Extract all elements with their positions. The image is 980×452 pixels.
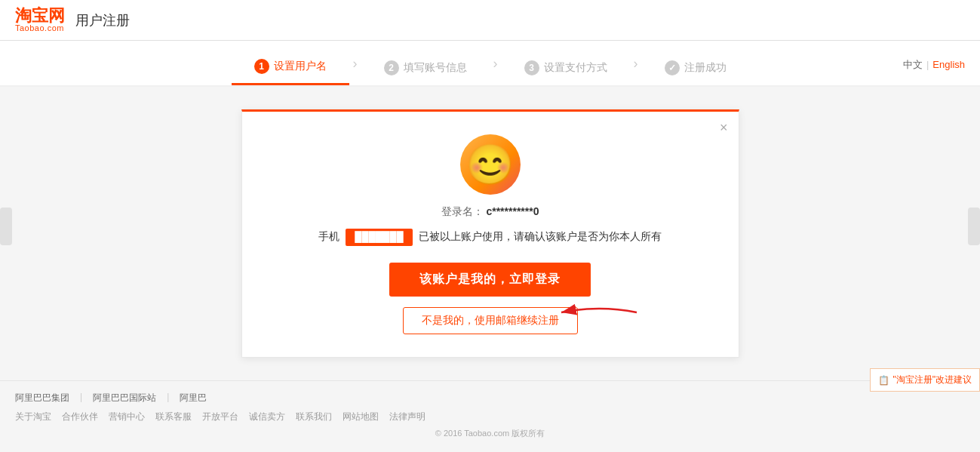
footer: 阿里巴巴集团 | 阿里巴巴国际站 | 阿里巴 关于淘宝 合作伙伴 营销中心 联系…: [0, 380, 980, 445]
footer-honest[interactable]: 诚信卖方: [249, 410, 285, 423]
login-name-row: 登录名： c**********0: [441, 205, 539, 219]
step-2-num: 2: [384, 60, 399, 75]
login-name-value: c**********0: [486, 205, 539, 217]
login-name-label: 登录名：: [441, 205, 484, 217]
footer-sep-2: |: [167, 392, 169, 404]
email-register-button[interactable]: 不是我的，使用邮箱继续注册: [403, 307, 578, 334]
phone-masked: ███████: [346, 229, 412, 246]
step-2-label: 填写账号信息: [404, 61, 467, 75]
suggestion-icon: 📋: [878, 375, 889, 386]
footer-partner[interactable]: 合作伙伴: [62, 410, 98, 423]
logo-area: 淘宝网 Taobao.com 用户注册: [15, 8, 130, 32]
main-content: × 😊 登录名： c**********0 手机 ███████ 已被以上账户使…: [0, 87, 980, 380]
side-suggestion-button[interactable]: 📋 "淘宝注册"改进建议: [870, 368, 980, 392]
footer-sitemap[interactable]: 网站地图: [343, 410, 379, 423]
step-4-num: ✓: [665, 60, 680, 75]
lang-switch: 中文 | English: [903, 55, 965, 72]
phone-notice: 手机 ███████ 已被以上账户使用，请确认该账户是否为你本人所有: [318, 228, 661, 246]
step-4-label: 注册成功: [684, 61, 727, 75]
step-3-label: 设置支付方式: [544, 61, 607, 75]
modal-box: × 😊 登录名： c**********0 手机 ███████ 已被以上账户使…: [241, 109, 739, 358]
page-title: 用户注册: [75, 11, 130, 29]
phone-prefix: 手机: [318, 230, 339, 242]
step-2[interactable]: 2 填写账号信息: [361, 53, 490, 85]
footer-main-links: 阿里巴巴集团 | 阿里巴巴国际站 | 阿里巴: [15, 392, 965, 404]
step-divider-3: ›: [634, 56, 638, 81]
footer-open[interactable]: 开放平台: [202, 410, 238, 423]
step-divider-2: ›: [493, 56, 498, 81]
login-confirm-button[interactable]: 该账户是我的，立即登录: [389, 263, 591, 297]
avatar: 😊: [460, 134, 521, 195]
footer-link-alibaba-intl[interactable]: 阿里巴巴国际站: [93, 392, 156, 404]
step-1[interactable]: 1 设置用户名: [232, 51, 349, 85]
steps-container: 1 设置用户名 › 2 填写账号信息 › 3 设置支付方式 › ✓ 注册成功: [0, 41, 980, 85]
lang-zh[interactable]: 中文: [903, 58, 923, 72]
step-4[interactable]: ✓ 注册成功: [642, 53, 749, 85]
step-divider-1: ›: [353, 56, 358, 81]
footer-link-alibaba-short[interactable]: 阿里巴: [180, 392, 207, 404]
footer-link-alibaba[interactable]: 阿里巴巴集团: [15, 392, 69, 404]
avatar-emoji: 😊: [465, 145, 515, 184]
footer-contact[interactable]: 联系我们: [296, 410, 332, 423]
logo-com: Taobao.com: [15, 24, 65, 32]
logo-chinese: 淘宝网: [15, 6, 65, 25]
step-3[interactable]: 3 设置支付方式: [502, 53, 630, 85]
arrow-container: 不是我的，使用邮箱继续注册: [403, 307, 578, 334]
modal-body: 😊 登录名： c**********0 手机 ███████ 已被以上账户使用，…: [272, 127, 708, 334]
header: 淘宝网 Taobao.com 用户注册: [0, 0, 980, 41]
modal-close-button[interactable]: ×: [720, 121, 728, 134]
footer-marketing[interactable]: 营销中心: [109, 410, 145, 423]
step-3-num: 3: [524, 60, 539, 75]
lang-en[interactable]: English: [932, 59, 965, 70]
steps-bar: 1 设置用户名 › 2 填写账号信息 › 3 设置支付方式 › ✓ 注册成功 中…: [0, 41, 980, 87]
step-1-num: 1: [254, 59, 269, 74]
red-arrow-decoration: [554, 301, 644, 327]
footer-legal[interactable]: 法律声明: [389, 410, 425, 423]
right-scroll-handle[interactable]: [968, 208, 980, 245]
suggestion-text: "淘宝注册"改进建议: [892, 374, 972, 386]
logo-name: 淘宝网 Taobao.com: [15, 8, 65, 32]
lang-sep: |: [926, 59, 929, 70]
footer-sep-1: |: [80, 392, 82, 404]
footer-about[interactable]: 关于淘宝: [15, 410, 51, 423]
footer-copyright: © 2016 Taobao.com 版权所有: [15, 428, 965, 439]
left-scroll-handle[interactable]: [0, 208, 12, 245]
footer-service[interactable]: 联系客服: [155, 410, 192, 423]
footer-sub-links: 关于淘宝 合作伙伴 营销中心 联系客服 开放平台 诚信卖方 联系我们 网站地图 …: [15, 410, 965, 423]
step-1-label: 设置用户名: [274, 60, 327, 73]
taobao-logo[interactable]: 淘宝网 Taobao.com: [15, 8, 65, 32]
phone-suffix: 已被以上账户使用，请确认该账户是否为你本人所有: [419, 230, 662, 242]
